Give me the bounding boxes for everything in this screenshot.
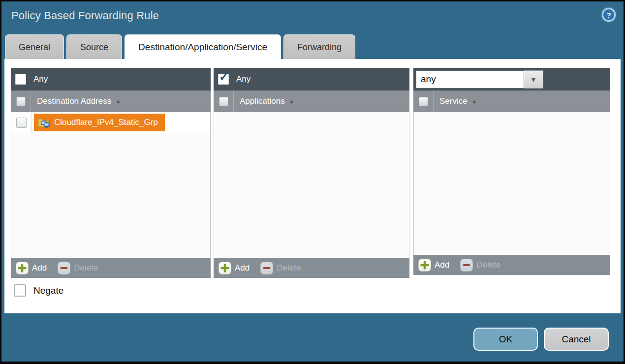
add-plus-icon [219,262,231,274]
applications-any-label: Any [236,74,250,84]
add-button-label: Add [235,263,250,273]
service-dropdown-value: any [416,70,524,89]
add-plus-icon [16,262,29,274]
service-delete-button[interactable]: Delete [460,259,500,272]
delete-minus-icon [260,262,273,274]
service-add-button[interactable]: Add [418,259,449,272]
service-select-all-checkbox[interactable] [419,97,428,106]
destination-footer: Add Delete [11,258,211,278]
applications-any-bar: ✓ Any [214,68,409,91]
checkmark-icon: ✓ [219,71,229,83]
destination-add-button[interactable]: Add [16,262,47,274]
destination-any-checkbox[interactable] [15,74,26,85]
delete-button-label: Delete [277,263,301,273]
ok-button[interactable]: OK [473,328,538,351]
destination-address-entry[interactable]: Cloudflare_IPv4_Static_Grp [34,114,165,131]
destination-any-label: Any [33,74,48,84]
table-row: Cloudflare_IPv4_Static_Grp [11,112,210,133]
applications-select-all-checkbox[interactable] [219,97,228,106]
sort-ascending-icon: ▲ [289,98,295,105]
tab-source[interactable]: Source [66,34,122,59]
negate-label: Negate [33,285,63,296]
negate-option: Negate [14,284,63,297]
add-button-label: Add [435,260,449,270]
delete-button-label: Delete [476,260,500,270]
applications-list [214,112,409,258]
service-list [413,112,610,255]
destination-address-column: Any Destination Address ▲ [11,68,211,278]
sort-ascending-icon: ▲ [115,98,121,105]
applications-header-label: Applications [240,96,285,106]
service-dropdown-bar: any ▼ [413,68,610,91]
destination-address-header[interactable]: Destination Address ▲ [11,91,211,112]
applications-any-checkbox[interactable]: ✓ [218,74,229,85]
dialog-title: Policy Based Forwarding Rule [11,9,159,22]
tab-content-panel: Any Destination Address ▲ [4,59,621,313]
service-header-label: Service [439,96,468,106]
tab-bar: General Source Destination/Application/S… [5,34,355,59]
applications-column: ✓ Any Applications ▲ Add [214,68,409,278]
policy-based-forwarding-dialog: Policy Based Forwarding Rule ? General S… [0,0,625,364]
negate-checkbox[interactable] [14,284,26,297]
destination-address-label: Cloudflare_IPv4_Static_Grp [54,118,158,127]
add-button-label: Add [32,263,47,273]
destination-header-label: Destination Address [37,96,111,106]
service-type-dropdown[interactable]: any ▼ [416,70,543,89]
dropdown-button[interactable]: ▼ [524,70,543,89]
row-checkbox[interactable] [16,118,27,128]
chevron-down-icon: ▼ [530,75,537,84]
help-icon-glyph: ? [606,11,611,19]
delete-minus-icon [58,262,70,274]
applications-header[interactable]: Applications ▲ [214,91,409,112]
add-plus-icon [418,259,431,272]
applications-footer: Add Delete [214,258,409,278]
destination-any-bar: Any [11,68,211,91]
tab-forwarding[interactable]: Forwarding [283,34,355,59]
applications-delete-button[interactable]: Delete [260,262,301,274]
tab-general[interactable]: General [5,34,64,59]
applications-add-button[interactable]: Add [219,262,250,274]
destination-address-list: Cloudflare_IPv4_Static_Grp [11,112,211,258]
address-group-icon [37,117,50,128]
service-footer: Add Delete [413,255,610,275]
destination-select-all-checkbox[interactable] [16,97,26,106]
sort-ascending-icon: ▲ [471,98,477,105]
delete-button-label: Delete [74,263,98,273]
service-header[interactable]: Service ▲ [413,91,610,112]
service-column: any ▼ Service ▲ Add [413,68,610,275]
help-icon[interactable]: ? [602,8,616,22]
delete-minus-icon [460,259,473,272]
tab-destination-application-service[interactable]: Destination/Application/Service [125,34,281,61]
cancel-button[interactable]: Cancel [544,328,609,351]
destination-delete-button[interactable]: Delete [58,262,98,274]
